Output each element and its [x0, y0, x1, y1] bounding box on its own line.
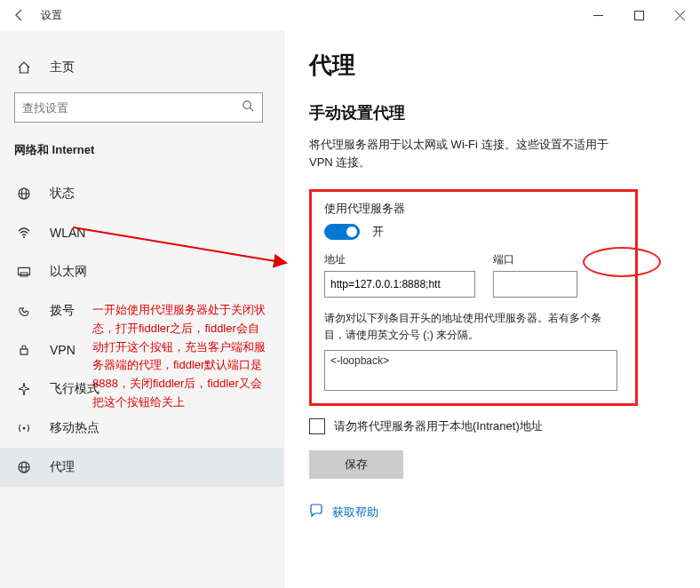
sidebar-item-wlan[interactable]: WLAN [14, 213, 269, 252]
back-button[interactable] [4, 0, 36, 30]
airplane-icon [14, 382, 34, 396]
toggle-state-label: 开 [372, 224, 384, 240]
svg-line-5 [250, 107, 253, 111]
ethernet-icon [14, 265, 34, 279]
proxy-icon [14, 460, 34, 474]
intranet-checkbox[interactable] [309, 418, 325, 434]
help-icon [309, 504, 323, 520]
sidebar-item-label: 代理 [50, 459, 75, 475]
dialup-icon [14, 304, 34, 318]
save-button[interactable]: 保存 [309, 450, 403, 479]
window-controls [577, 0, 700, 30]
sidebar-item-label: 飞行模式 [50, 381, 99, 397]
sidebar-item-label: VPN [50, 343, 76, 357]
address-input[interactable] [324, 271, 475, 298]
sidebar-item-label: WLAN [50, 226, 85, 240]
home-link[interactable]: 主页 [14, 52, 269, 83]
help-label: 获取帮助 [332, 505, 378, 520]
bypass-description: 请勿对以下列条目开头的地址使用代理服务器。若有多个条目，请使用英文分号 (;) … [324, 310, 617, 343]
section-header: 网络和 Internet [14, 142, 269, 158]
hotspot-icon [14, 421, 34, 435]
home-icon [14, 60, 34, 75]
minimize-icon [593, 11, 603, 20]
search-box[interactable] [14, 92, 263, 123]
search-icon [242, 99, 255, 116]
section-description: 将代理服务器用于以太网或 Wi-Fi 连接。这些设置不适用于 VPN 连接。 [309, 136, 629, 171]
home-label: 主页 [50, 60, 75, 75]
sidebar-item-label: 状态 [50, 186, 75, 202]
svg-rect-10 [19, 268, 30, 275]
sidebar-item-label: 以太网 [50, 264, 87, 280]
sidebar: 主页 网络和 Internet 状态 WLAN 以太网 [0, 30, 284, 588]
sidebar-item-airplane[interactable]: 飞行模式 [14, 369, 269, 409]
globe-icon [14, 187, 34, 201]
svg-rect-1 [634, 11, 643, 20]
address-label: 地址 [324, 252, 475, 267]
highlight-box: 使用代理服务器 开 地址 端口 请勿对以下列条目开头的地址使用代理服务器。若有多… [309, 189, 638, 406]
svg-point-4 [243, 100, 251, 107]
svg-point-9 [23, 236, 25, 238]
main-content: 代理 手动设置代理 将代理服务器用于以太网或 Wi-Fi 连接。这些设置不适用于… [284, 30, 700, 588]
sidebar-item-ethernet[interactable]: 以太网 [14, 252, 269, 291]
page-title: 代理 [309, 50, 675, 81]
sidebar-item-label: 拨号 [50, 303, 75, 319]
sidebar-item-vpn[interactable]: VPN [14, 330, 269, 369]
wifi-icon [14, 226, 34, 240]
sidebar-item-status[interactable]: 状态 [14, 174, 269, 213]
section-title: 手动设置代理 [309, 102, 675, 123]
arrow-left-icon [12, 8, 27, 22]
svg-rect-12 [20, 349, 28, 354]
sidebar-nav: 状态 WLAN 以太网 拨号 VPN 飞行模式 [14, 174, 269, 487]
sidebar-item-dialup[interactable]: 拨号 [14, 291, 269, 330]
search-input[interactable] [22, 101, 242, 115]
maximize-icon [634, 11, 644, 20]
vpn-icon [14, 343, 34, 357]
sidebar-item-hotspot[interactable]: 移动热点 [14, 409, 269, 448]
maximize-button[interactable] [618, 0, 659, 30]
svg-point-13 [23, 427, 26, 430]
port-input[interactable] [493, 271, 577, 298]
intranet-checkbox-label: 请勿将代理服务器用于本地(Intranet)地址 [334, 418, 543, 434]
close-icon [675, 11, 685, 20]
minimize-button[interactable] [577, 0, 618, 30]
help-link[interactable]: 获取帮助 [309, 504, 675, 520]
bypass-textarea[interactable]: <-loopback> [324, 350, 617, 391]
close-button[interactable] [659, 0, 700, 30]
sidebar-item-proxy[interactable]: 代理 [0, 448, 283, 487]
port-label: 端口 [493, 252, 577, 267]
sidebar-item-label: 移动热点 [50, 420, 99, 436]
window-title: 设置 [41, 8, 62, 23]
use-proxy-toggle[interactable] [324, 224, 360, 240]
use-proxy-label: 使用代理服务器 [324, 201, 623, 217]
